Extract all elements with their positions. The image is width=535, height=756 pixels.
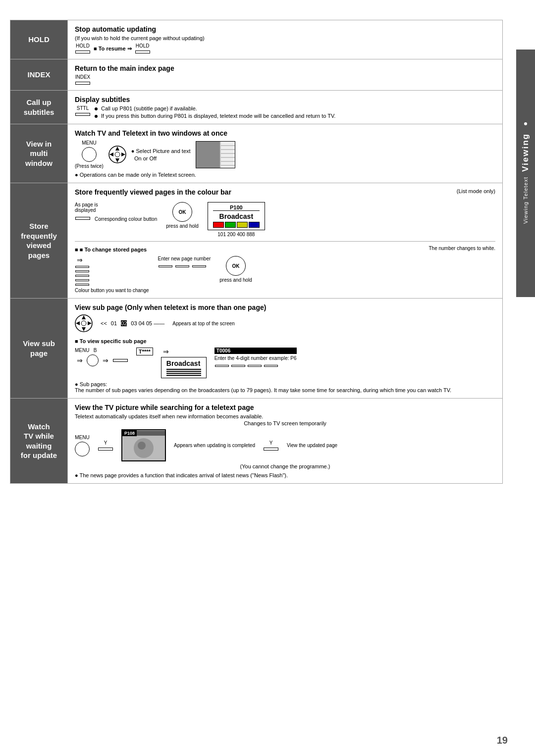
- hold-resume-btn-group: HOLD: [135, 43, 151, 54]
- enter-new-group: Enter new page number: [158, 256, 211, 268]
- y-button1[interactable]: [98, 448, 113, 451]
- digit-btn3[interactable]: [248, 365, 262, 367]
- sub-pages-note-group: ● Sub pages: The number of sub pages var…: [75, 381, 495, 393]
- hold-btn-label: HOLD: [76, 43, 90, 49]
- page-sequence-group: << 01 02 03 04 05 —— Appears at top of t…: [101, 320, 235, 326]
- change-title: ■: [75, 247, 80, 252]
- colour-change-btn3[interactable]: [75, 275, 89, 277]
- hold-button[interactable]: [75, 50, 90, 53]
- viewmulti-label: View inmultiwindow: [25, 139, 53, 168]
- digit-btn4[interactable]: [264, 365, 278, 367]
- page-btn-group: Corresponding colour button: [75, 216, 157, 222]
- dpad-icon[interactable]: [108, 146, 126, 163]
- viewsub-main-row: << 01 02 03 04 05 —— Appears at top of t…: [75, 314, 495, 332]
- ok-button[interactable]: OK: [172, 202, 192, 222]
- watchtv-desc1: Teletext automatically updates itself wh…: [75, 413, 495, 419]
- hold-content: Stop automatic updating (If you wish to …: [67, 20, 502, 59]
- changes-note: Changes to TV screen temporarily: [75, 420, 495, 426]
- blue-colour-btn[interactable]: [249, 222, 260, 228]
- svg-point-5: [115, 152, 120, 157]
- side-tab-viewing: Viewing: [521, 133, 531, 172]
- y-btn-2-group: Y: [263, 440, 279, 451]
- enter-new-label: Enter new page number: [158, 256, 211, 261]
- sttl-notes: Call up P801 (subtitle page) if availabl…: [95, 105, 335, 119]
- store-content: Store frequently viewed pages in the col…: [67, 183, 502, 298]
- colour-bar: [213, 222, 260, 228]
- sub-lines: [166, 369, 201, 376]
- viewsub-label-cell: View subpage: [10, 299, 67, 398]
- view-updated-group: View the updated page: [287, 443, 337, 448]
- as-page-label: As page isdisplayed: [75, 202, 98, 213]
- menu-button[interactable]: [82, 147, 97, 162]
- colour-change-btn5[interactable]: [75, 284, 89, 286]
- menu-round-btn[interactable]: [87, 354, 99, 366]
- menu-b-label: MENU B: [75, 348, 128, 353]
- hold-section-title: Stop automatic updating: [75, 25, 495, 33]
- b-button[interactable]: [113, 359, 128, 362]
- index-buttons: INDEX: [75, 74, 495, 85]
- on-off-label: On or Off: [131, 155, 191, 161]
- t0006-badge: T0006: [214, 348, 297, 354]
- tv-screen-group: P108 P108: [121, 429, 166, 461]
- enter-btn2[interactable]: [175, 265, 189, 267]
- store-section-title: Store frequently viewed pages in the col…: [75, 188, 231, 196]
- callup-content: Display subtitles STTL Call up P801 (sub…: [67, 91, 502, 124]
- page-badge3: P108: [122, 430, 137, 436]
- colour-change-btn2[interactable]: [75, 270, 89, 272]
- yellow-colour-btn[interactable]: [237, 222, 248, 228]
- cannot-change: (You cannot change the programme.): [75, 463, 495, 469]
- sub-line2: [166, 371, 201, 372]
- sttl-button[interactable]: [75, 113, 90, 116]
- digit-btns: [214, 364, 297, 367]
- index-button[interactable]: [75, 82, 90, 85]
- bullet-icon: [95, 107, 98, 110]
- colour-btn-want-label: Colour button you want to change: [75, 288, 149, 293]
- ok-change-button[interactable]: OK: [226, 256, 246, 276]
- press-hold-change: press and hold: [219, 277, 252, 283]
- hold-resume-button[interactable]: [135, 50, 150, 53]
- sttl-bullet2: If you press this button during P801 is …: [95, 113, 335, 119]
- index-btn-group: INDEX: [75, 74, 91, 85]
- digit-btn2[interactable]: [231, 365, 245, 367]
- colour-btn-change-group: ⇒ Colour button you want to change: [75, 256, 149, 293]
- menu-b-group: MENU B ⇒ ⇒: [75, 348, 128, 366]
- enter-btn1[interactable]: [159, 265, 172, 267]
- viewmulti-row: View inmultiwindow Watch TV and Teletext…: [10, 124, 502, 183]
- viewsub-dpad-icon[interactable]: [75, 314, 93, 332]
- green-colour-btn[interactable]: [225, 222, 236, 228]
- arrow-icon2: ⇒: [77, 356, 83, 364]
- digit-btn1[interactable]: [215, 365, 229, 367]
- colour-numbers: 101 200 400 888: [217, 232, 255, 237]
- side-tab-bullet: [524, 122, 527, 125]
- viewsub-content: View sub page (Only when teletext is mor…: [67, 299, 502, 398]
- arrow-icon3: ⇒: [103, 356, 108, 364]
- appears-when-group: Appears when updating is completed: [174, 443, 255, 448]
- list-mode-only: (List mode only): [457, 188, 495, 194]
- broadcast-name: Broadcast: [213, 212, 260, 220]
- specific-sub-section: ■ To view specific sub page MENU B ⇒ ⇒: [75, 337, 495, 393]
- watchtv-menu-label: MENU: [75, 435, 89, 440]
- specific-instruction: MENU B ⇒ ⇒ T**** ⇒: [75, 348, 495, 378]
- page-wrapper: Viewing Viewing Teletext HOLD Stop autom…: [0, 0, 535, 756]
- appears-when-text: Appears when updating is completed: [174, 443, 255, 448]
- svg-rect-7: [196, 142, 220, 168]
- sub-line4: [166, 375, 201, 376]
- callup-row: Call upsubtitles Display subtitles STTL …: [10, 91, 502, 124]
- arrow-icon4: ⇒: [163, 348, 169, 355]
- side-tab: Viewing Viewing Teletext: [516, 50, 535, 297]
- colour-change-btn1[interactable]: [75, 266, 89, 268]
- select-text: ● Select Picture and text On or Off: [131, 148, 191, 161]
- press-label: press and hold: [166, 223, 199, 229]
- tv-screen: P108 P108: [121, 429, 166, 461]
- y-button2[interactable]: [264, 448, 278, 451]
- page-button[interactable]: [75, 217, 90, 220]
- watchtv-section-title: View the TV picture while searching for …: [75, 403, 495, 411]
- colour-change-btn4[interactable]: [75, 279, 89, 281]
- arrow-icon: ⇒: [77, 256, 83, 264]
- to-resume-text: ■ To resume ⇒: [94, 46, 132, 52]
- watchtv-main-row: MENU Y P108: [75, 429, 495, 461]
- enter-btn3[interactable]: [192, 265, 206, 267]
- watchtv-menu-button[interactable]: [75, 442, 90, 456]
- red-colour-btn[interactable]: [213, 222, 224, 228]
- enter-4digit-text: Enter the 4-digit number example: P6: [214, 355, 297, 361]
